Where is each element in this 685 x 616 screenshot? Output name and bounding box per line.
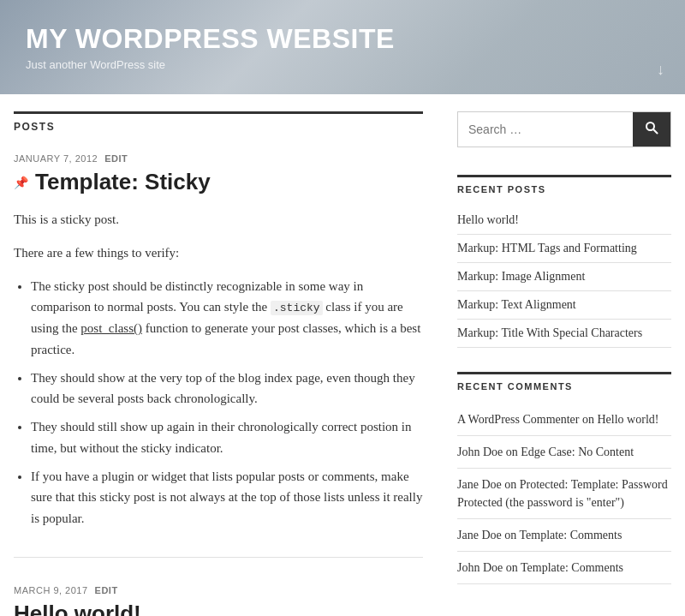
recent-posts-list: Hello world! Markup: HTML Tags and Forma… bbox=[457, 206, 671, 348]
post-divider bbox=[14, 557, 423, 558]
posts-heading: POSTS bbox=[14, 111, 423, 133]
recent-comments-section: RECENT COMMENTS A WordPress Commenter on… bbox=[457, 372, 671, 584]
post-content-sticky: This is a sticky post. There are a few t… bbox=[14, 209, 423, 529]
post-hello-world: MARCH 9, 2017 EDIT Hello world! bbox=[14, 585, 423, 616]
list-item: They should still show up again in their… bbox=[31, 416, 423, 459]
search-widget bbox=[457, 111, 671, 147]
comment-author-link-1[interactable]: A WordPress Commenter bbox=[457, 413, 580, 426]
post-list: The sticky post should be distinctly rec… bbox=[14, 276, 423, 529]
search-input[interactable] bbox=[458, 112, 633, 147]
post-date-sticky: JANUARY 7, 2012 bbox=[14, 153, 98, 164]
list-item: They should show at the very top of the … bbox=[31, 368, 423, 410]
recent-post-link-5[interactable]: Markup: Title With Special Characters bbox=[457, 326, 642, 339]
recent-comments-heading: RECENT COMMENTS bbox=[457, 372, 671, 392]
comment-post-link-2[interactable]: Edge Case: No Content bbox=[521, 446, 634, 458]
recent-comments-list: A WordPress Commenter on Hello world! Jo… bbox=[457, 404, 671, 584]
post-date-hello: MARCH 9, 2017 bbox=[14, 585, 88, 595]
search-button[interactable] bbox=[633, 112, 670, 147]
comment-item: Jane Doe on Template: Comments bbox=[457, 519, 671, 552]
post-meta-sticky: JANUARY 7, 2012 EDIT bbox=[14, 153, 423, 164]
post-title-sticky: 📌 Template: Sticky bbox=[14, 169, 423, 195]
recent-posts-section: RECENT POSTS Hello world! Markup: HTML T… bbox=[457, 175, 671, 348]
post-paragraph-2: There are a few things to verify: bbox=[14, 242, 423, 264]
comment-post-link-5[interactable]: Template: Comments bbox=[521, 561, 623, 574]
comment-post-link-4[interactable]: Template: Comments bbox=[519, 529, 622, 541]
search-icon bbox=[645, 121, 658, 135]
recent-post-link-2[interactable]: Markup: HTML Tags and Formatting bbox=[457, 242, 637, 254]
list-item: Markup: HTML Tags and Formatting bbox=[457, 235, 671, 263]
post-paragraph-1: This is a sticky post. bbox=[14, 209, 423, 230]
comment-author-link-4[interactable]: Jane Doe bbox=[457, 529, 502, 541]
comment-author-link-2[interactable]: John Doe bbox=[457, 446, 503, 458]
recent-post-link-4[interactable]: Markup: Text Alignment bbox=[457, 298, 576, 311]
comment-author-link-5[interactable]: John Doe bbox=[457, 561, 503, 574]
post-meta-hello: MARCH 9, 2017 EDIT bbox=[14, 585, 423, 595]
site-content: POSTS JANUARY 7, 2012 EDIT 📌 Template: S… bbox=[0, 94, 685, 616]
site-tagline: Just another WordPress site bbox=[26, 58, 395, 71]
post-edit-link-sticky[interactable]: EDIT bbox=[104, 153, 128, 164]
list-item: The sticky post should be distinctly rec… bbox=[31, 276, 423, 361]
scroll-down-icon: ↓ bbox=[657, 61, 664, 79]
list-item: Markup: Image Alignment bbox=[457, 263, 671, 291]
post-class-link[interactable]: post_class() bbox=[80, 321, 142, 335]
comment-item: John Doe on Edge Case: No Content bbox=[457, 436, 671, 469]
comment-item: Jane Doe on Protected: Template: Passwor… bbox=[457, 469, 671, 519]
comment-author-link-3[interactable]: Jane Doe bbox=[457, 478, 502, 491]
list-item: Markup: Title With Special Characters bbox=[457, 320, 671, 348]
comment-post-link-1[interactable]: Hello world! bbox=[598, 413, 659, 426]
comment-item: A WordPress Commenter on Hello world! bbox=[457, 404, 671, 436]
comment-item: John Doe on Template: Comments bbox=[457, 552, 671, 584]
svg-line-1 bbox=[653, 129, 658, 134]
recent-posts-heading: RECENT POSTS bbox=[457, 175, 671, 194]
list-item: Markup: Text Alignment bbox=[457, 291, 671, 320]
post-sticky: JANUARY 7, 2012 EDIT 📌 Template: Sticky … bbox=[14, 153, 423, 529]
sidebar: RECENT POSTS Hello world! Markup: HTML T… bbox=[457, 111, 671, 616]
post-edit-link-hello[interactable]: EDIT bbox=[95, 585, 118, 595]
site-title: MY WORDPRESS WEBSITE bbox=[26, 23, 395, 55]
recent-post-link-3[interactable]: Markup: Image Alignment bbox=[457, 270, 585, 283]
recent-post-link-1[interactable]: Hello world! bbox=[457, 213, 519, 226]
pushpin-icon: 📌 bbox=[14, 176, 28, 189]
code-sticky: .sticky bbox=[271, 301, 323, 315]
site-header: MY WORDPRESS WEBSITE Just another WordPr… bbox=[0, 0, 685, 94]
main-content: POSTS JANUARY 7, 2012 EDIT 📌 Template: S… bbox=[14, 111, 423, 616]
list-item: If you have a plugin or widget that list… bbox=[31, 466, 423, 529]
post-title-hello: Hello world! bbox=[14, 601, 423, 616]
list-item: Hello world! bbox=[457, 206, 671, 235]
